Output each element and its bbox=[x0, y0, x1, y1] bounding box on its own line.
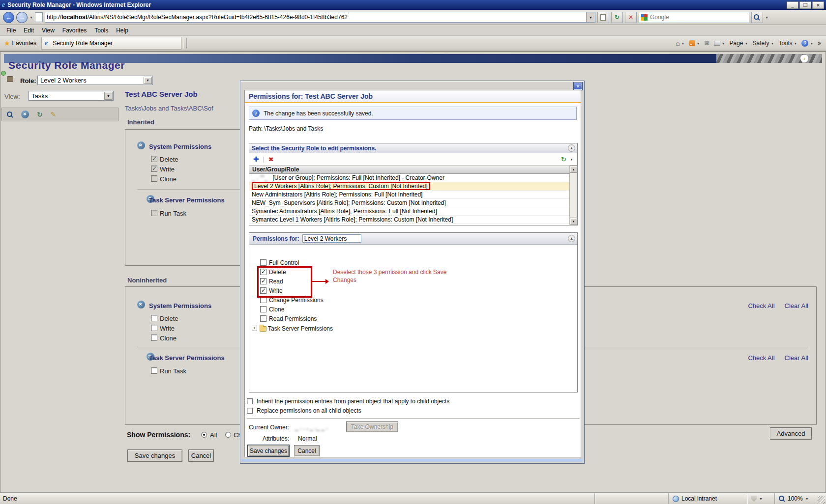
take-ownership-button[interactable]: Take Ownership bbox=[346, 421, 398, 432]
print-button[interactable]: ▼ bbox=[714, 41, 725, 46]
grid-column-header[interactable]: User/Group/Role bbox=[249, 166, 569, 174]
mail-icon: ✉ bbox=[704, 40, 709, 47]
radio-show-checked[interactable] bbox=[225, 432, 231, 438]
role-row[interactable]: Symantec Level 1 Workers [Altiris Role];… bbox=[249, 216, 569, 224]
collapse-section-icon[interactable]: ▲ bbox=[568, 235, 575, 242]
role-row[interactable]: _ . ''''_ [User or Group]; Permissions: … bbox=[249, 174, 569, 182]
menu-favorites[interactable]: Favorites bbox=[59, 26, 90, 35]
edit-tool-icon[interactable]: ✎ bbox=[51, 111, 57, 118]
check-all-link[interactable]: Check All bbox=[748, 354, 774, 362]
checkbox-clone[interactable] bbox=[260, 306, 266, 312]
menu-tools[interactable]: Tools bbox=[91, 26, 112, 35]
view-select[interactable]: Tasks ▼ bbox=[29, 91, 114, 101]
checkbox-inherited-write[interactable] bbox=[151, 166, 157, 172]
refresh-icon[interactable]: ↻ bbox=[561, 156, 566, 163]
zoom-dropdown-icon: ▼ bbox=[805, 497, 809, 501]
browser-tab[interactable]: e Security Role Manager bbox=[41, 37, 181, 50]
more-commands-button[interactable]: » bbox=[818, 40, 821, 47]
feeds-button[interactable]: ▼ bbox=[689, 40, 700, 46]
search-input[interactable]: Google bbox=[639, 12, 749, 23]
role-name-input[interactable] bbox=[302, 234, 361, 243]
page-title: Security Role Manager bbox=[8, 59, 125, 71]
clear-all-link[interactable]: Clear All bbox=[785, 302, 808, 309]
safety-menu-button[interactable]: Safety▼ bbox=[752, 40, 774, 47]
check-all-link[interactable]: Check All bbox=[748, 302, 774, 309]
delete-role-icon[interactable]: ✖ bbox=[268, 156, 274, 163]
checkbox-inherited-runtask[interactable] bbox=[151, 210, 157, 216]
checkbox-runtask[interactable] bbox=[151, 367, 157, 374]
role-row-text: New Administrators [Altiris Role]; Permi… bbox=[252, 191, 422, 198]
save-changes-button[interactable]: Save changes bbox=[127, 449, 182, 462]
role-row[interactable]: Symantec Administrators [Altiris Role]; … bbox=[249, 207, 569, 216]
stop-button[interactable]: ✕ bbox=[625, 12, 637, 23]
mail-button[interactable]: ✉ bbox=[704, 40, 709, 47]
checkbox-inherited-delete[interactable] bbox=[151, 156, 157, 162]
role-row[interactable]: New Administrators [Altiris Role]; Permi… bbox=[249, 191, 569, 199]
checkbox-full-control[interactable] bbox=[260, 259, 266, 266]
back-button[interactable]: ← bbox=[3, 12, 14, 23]
minimize-button[interactable]: _ bbox=[787, 1, 798, 9]
checkbox-clone[interactable] bbox=[151, 335, 157, 341]
scroll-up-icon[interactable]: ▲ bbox=[570, 166, 577, 173]
view-select-arrow-icon[interactable]: ▼ bbox=[104, 92, 113, 100]
expand-icon[interactable]: + bbox=[252, 326, 257, 331]
collapse-icon[interactable]: « bbox=[137, 301, 145, 308]
resize-grip[interactable] bbox=[818, 496, 825, 504]
scrollbar[interactable]: ▲ ▼ bbox=[569, 166, 577, 225]
page-menu-button[interactable]: Page▼ bbox=[729, 40, 748, 47]
restore-button[interactable]: ❐ bbox=[799, 1, 811, 9]
tools-menu-button[interactable]: Tools▼ bbox=[778, 40, 797, 47]
checkbox-inherit-parent[interactable] bbox=[247, 398, 253, 404]
home-button[interactable]: ⌂▼ bbox=[676, 39, 684, 47]
help-button[interactable]: ?▼ bbox=[801, 40, 813, 47]
role-row-selected[interactable]: Level 2 Workers [Altiris Role]; Permissi… bbox=[249, 182, 569, 191]
refresh-dropdown-icon[interactable]: ▼ bbox=[570, 158, 573, 161]
dialog-close-icon[interactable]: ✕ bbox=[574, 83, 582, 90]
checkbox-replace-children[interactable] bbox=[247, 408, 253, 414]
history-dropdown-icon[interactable]: ▼ bbox=[30, 16, 33, 19]
radio-show-all[interactable] bbox=[201, 432, 207, 438]
checkbox-label: Delete bbox=[160, 315, 178, 322]
section-title: System Permissions bbox=[149, 143, 211, 150]
url-input[interactable]: http://localhost/Altiris/NS/RoleSecMgr/R… bbox=[45, 12, 595, 23]
refresh-tool-icon[interactable]: ↻ bbox=[37, 111, 43, 118]
expand-all-icon[interactable]: « bbox=[21, 111, 29, 118]
add-role-icon[interactable]: ✚ bbox=[253, 155, 259, 163]
advanced-button[interactable]: Advanced bbox=[770, 427, 812, 440]
checkbox-delete[interactable] bbox=[151, 315, 157, 321]
url-dropdown-icon[interactable]: ▼ bbox=[586, 12, 595, 22]
security-zone[interactable]: Local intranet bbox=[668, 493, 747, 504]
role-select-arrow-icon[interactable]: ▼ bbox=[144, 77, 152, 84]
collapse-section-icon[interactable]: ▲ bbox=[568, 144, 575, 152]
search-options-icon[interactable]: ▼ bbox=[765, 16, 768, 19]
role-select[interactable]: Level 2 Workers ▼ bbox=[37, 76, 153, 85]
protected-mode-segment[interactable]: ▼ bbox=[747, 493, 774, 504]
menu-help[interactable]: Help bbox=[113, 26, 132, 35]
zoom-control[interactable]: 100% ▼ bbox=[774, 493, 817, 504]
clear-all-link[interactable]: Clear All bbox=[785, 354, 808, 362]
url-host: localhost bbox=[61, 14, 88, 21]
checkbox-read-permissions[interactable] bbox=[260, 315, 266, 322]
collapse-icon[interactable]: « bbox=[137, 141, 145, 149]
home-icon: ⌂ bbox=[676, 39, 679, 47]
role-row[interactable]: NEW_Sym_Supervisors [Altiris Role]; Perm… bbox=[249, 199, 569, 207]
refresh-button[interactable]: ↻ bbox=[611, 12, 623, 23]
menu-file[interactable]: File bbox=[3, 26, 19, 35]
forward-button[interactable]: → bbox=[16, 12, 28, 23]
checkbox-label: Delete bbox=[160, 156, 178, 163]
dialog-cancel-button[interactable]: Cancel bbox=[294, 445, 320, 456]
close-button[interactable]: ✕ bbox=[812, 1, 824, 9]
search-button[interactable] bbox=[751, 12, 763, 23]
menu-edit[interactable]: Edit bbox=[20, 26, 37, 35]
menu-view[interactable]: View bbox=[38, 26, 58, 35]
compatibility-button[interactable] bbox=[597, 12, 609, 23]
checkbox-inherited-clone[interactable] bbox=[151, 175, 157, 182]
task-server-permissions-node[interactable]: Task Server Permissions bbox=[268, 325, 333, 332]
dialog-save-changes-button[interactable]: Save changes bbox=[248, 445, 289, 456]
scroll-down-icon[interactable]: ▼ bbox=[570, 218, 577, 225]
checkbox-write[interactable] bbox=[151, 325, 157, 331]
cancel-button[interactable]: Cancel bbox=[188, 449, 214, 462]
favorites-button[interactable]: Favorites bbox=[12, 40, 36, 47]
role-row-text: Symantec Level 1 Workers [Altiris Role];… bbox=[252, 216, 453, 223]
search-tool-icon[interactable] bbox=[7, 112, 13, 118]
